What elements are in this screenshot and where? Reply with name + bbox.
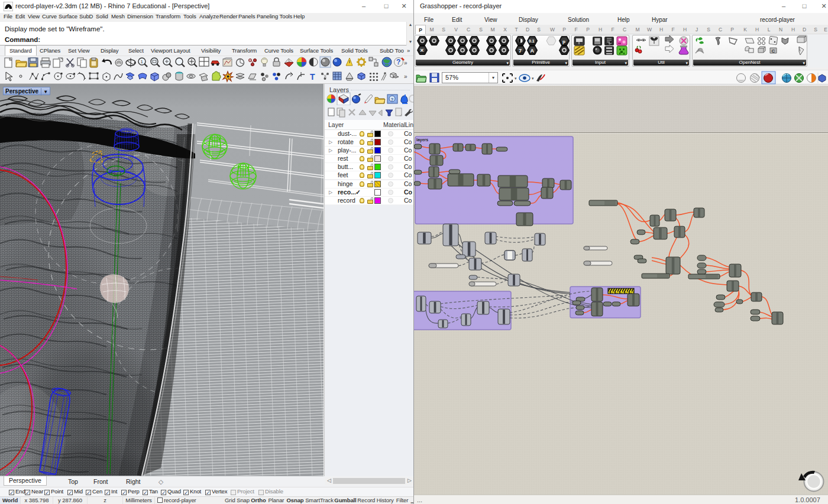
svg-text:layers: layers (416, 138, 428, 142)
svg-text:?: ? (396, 58, 400, 66)
svg-text:?: ? (391, 97, 394, 102)
svg-text:1: 1 (141, 59, 144, 64)
svg-text:p: p (562, 39, 565, 44)
svg-text:0.1: 0.1 (529, 39, 535, 43)
svg-text:▾: ▾ (532, 76, 534, 80)
svg-text:7: 7 (519, 48, 522, 54)
svg-text:»: » (404, 73, 407, 80)
svg-text:»: » (404, 60, 407, 66)
svg-text:C: C (772, 48, 775, 54)
svg-text:✕: ✕ (420, 48, 424, 53)
svg-text:A: A (531, 48, 535, 54)
svg-text:▾: ▾ (515, 76, 517, 80)
svg-text:T: T (310, 72, 315, 82)
